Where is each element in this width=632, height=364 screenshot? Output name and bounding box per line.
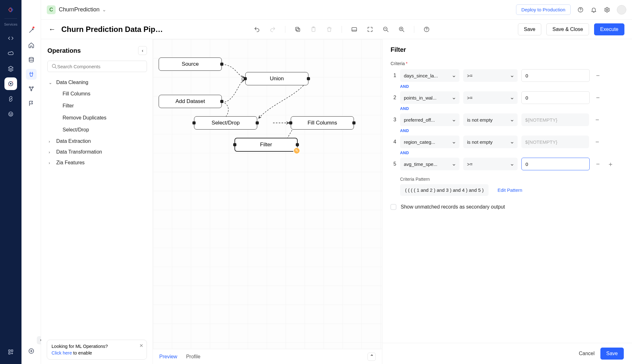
fit-screen-icon[interactable]	[350, 25, 358, 33]
criteria-label: Criteria*	[391, 61, 624, 66]
module-graph-icon[interactable]	[26, 83, 37, 94]
user-avatar[interactable]	[617, 5, 626, 15]
svg-point-3	[10, 113, 10, 114]
settings-icon[interactable]	[604, 6, 611, 13]
module-add-button[interactable]	[26, 346, 37, 356]
module-wand-icon[interactable]	[26, 25, 37, 36]
rail-ai-icon[interactable]	[4, 77, 17, 90]
operator-select[interactable]: >=	[463, 91, 518, 104]
edit-pattern-link[interactable]: Edit Pattern	[497, 187, 522, 193]
expand-footer-button[interactable]: ⌃	[368, 353, 376, 361]
rail-cloud-icon[interactable]	[4, 47, 17, 60]
value-input[interactable]	[521, 158, 590, 170]
tab-profile[interactable]: Profile	[186, 354, 200, 360]
svg-rect-6	[11, 350, 13, 351]
tree-leaf-remove-duplicates[interactable]: Remove Duplicates	[47, 112, 147, 124]
project-name[interactable]: ChurnPrediction	[59, 6, 100, 13]
module-pipeline-icon[interactable]	[26, 69, 37, 80]
node-source[interactable]: Source	[159, 58, 222, 71]
tree-group-data-extraction[interactable]: ›Data Extraction	[47, 136, 147, 147]
rail-bot-icon[interactable]	[4, 108, 17, 120]
remove-row-button[interactable]: −	[593, 93, 602, 102]
back-button[interactable]: ←	[49, 25, 56, 33]
rail-apps-icon[interactable]	[4, 346, 17, 358]
redo-icon[interactable]	[269, 25, 277, 33]
svg-rect-16	[295, 27, 299, 30]
node-fill-columns[interactable]: Fill Columns	[291, 116, 354, 130]
rail-code-icon[interactable]	[4, 32, 17, 45]
node-union[interactable]: Union	[245, 72, 308, 85]
add-row-button[interactable]: ＋	[606, 160, 615, 168]
search-input[interactable]	[57, 64, 143, 69]
module-database-icon[interactable]	[26, 54, 37, 65]
chevron-right-icon: ›	[49, 161, 53, 165]
app-rail: Services	[0, 0, 21, 364]
paste-icon[interactable]	[309, 25, 318, 33]
operator-select[interactable]: >=	[463, 69, 518, 82]
help-icon[interactable]	[577, 6, 584, 13]
tab-preview[interactable]: Preview	[159, 354, 177, 360]
criteria-row-4: 4 region_categ... is not empty −	[391, 136, 624, 148]
column-select[interactable]: region_categ...	[400, 136, 459, 148]
pipeline-canvas[interactable]: Source Add Dataset Union Select/Drop Fil…	[153, 39, 382, 364]
deploy-button[interactable]: Deploy to Production	[516, 4, 571, 15]
services-label: Services	[4, 22, 17, 26]
zoom-in-icon[interactable]	[398, 25, 406, 33]
module-flag-icon[interactable]	[26, 98, 37, 109]
pattern-label: Criteria Pattern	[400, 177, 624, 182]
remove-row-button[interactable]: −	[593, 115, 602, 124]
filter-save-button[interactable]: Save	[600, 348, 624, 360]
workspace: Operations ‹ ⌄Data Cleaning Fill Columns…	[41, 39, 632, 364]
value-input[interactable]	[521, 69, 590, 82]
save-button[interactable]: Save	[518, 23, 541, 35]
tree-leaf-fill-columns[interactable]: Fill Columns	[47, 88, 147, 100]
rail-link-icon[interactable]	[4, 93, 17, 105]
module-home-icon[interactable]	[26, 40, 37, 51]
show-unmatched-checkbox[interactable]: Show unmatched records as secondary outp…	[391, 204, 624, 210]
svg-point-23	[52, 64, 56, 68]
undo-icon[interactable]	[253, 25, 261, 33]
column-select[interactable]: days_since_la...	[400, 69, 459, 82]
column-select[interactable]: avg_time_spe...	[400, 158, 459, 170]
toolbar-help-icon[interactable]	[422, 25, 431, 33]
svg-point-14	[606, 9, 608, 10]
bell-icon[interactable]	[590, 6, 597, 13]
and-label: AND	[400, 151, 624, 155]
project-caret-icon[interactable]: ⌄	[102, 7, 106, 13]
column-select[interactable]: points_in_wal...	[400, 91, 459, 104]
close-icon[interactable]: ✕	[139, 343, 143, 349]
enable-ml-link[interactable]: Click here	[52, 350, 72, 355]
node-select-drop[interactable]: Select/Drop	[194, 116, 257, 130]
tree-group-data-cleaning[interactable]: ⌄Data Cleaning	[47, 77, 147, 88]
criteria-row-1: 1 days_since_la... >= −	[391, 69, 624, 82]
delete-icon[interactable]	[325, 25, 333, 33]
criteria-row-5: 5 avg_time_spe... >= − ＋	[391, 158, 624, 170]
collapse-panel-button[interactable]: ‹	[138, 46, 147, 55]
value-input[interactable]	[521, 91, 590, 104]
copy-icon[interactable]	[294, 25, 302, 33]
and-label: AND	[400, 129, 624, 133]
zoom-out-icon[interactable]	[382, 25, 390, 33]
remove-row-button[interactable]: −	[593, 160, 602, 168]
operator-select[interactable]: >=	[463, 158, 518, 170]
operator-select[interactable]: is not empty	[463, 136, 518, 148]
rail-layers-icon[interactable]	[4, 62, 17, 75]
tree-group-zia-features[interactable]: ›Zia Features	[47, 157, 147, 168]
tree-leaf-select-drop[interactable]: Select/Drop	[47, 124, 147, 136]
execute-button[interactable]: Execute	[594, 23, 624, 35]
remove-row-button[interactable]: −	[593, 71, 602, 80]
criteria-row-2: 2 points_in_wal... >= −	[391, 91, 624, 104]
column-select[interactable]: preferred_off...	[400, 113, 459, 126]
save-close-button[interactable]: Save & Close	[546, 23, 589, 35]
cancel-button[interactable]: Cancel	[579, 351, 595, 356]
remove-row-button[interactable]: −	[593, 137, 602, 146]
component-search[interactable]	[47, 61, 147, 72]
fullscreen-icon[interactable]	[366, 25, 374, 33]
tree-leaf-filter[interactable]: Filter	[47, 100, 147, 112]
node-filter[interactable]: Filter ✎	[234, 138, 298, 152]
chevron-right-icon: ›	[49, 150, 53, 155]
operator-select[interactable]: is not empty	[463, 113, 518, 126]
node-add-dataset[interactable]: Add Dataset	[159, 95, 222, 108]
tree-group-data-transformation[interactable]: ›Data Transformation	[47, 147, 147, 157]
component-tree: ⌄Data Cleaning Fill Columns Filter Remov…	[47, 77, 147, 168]
